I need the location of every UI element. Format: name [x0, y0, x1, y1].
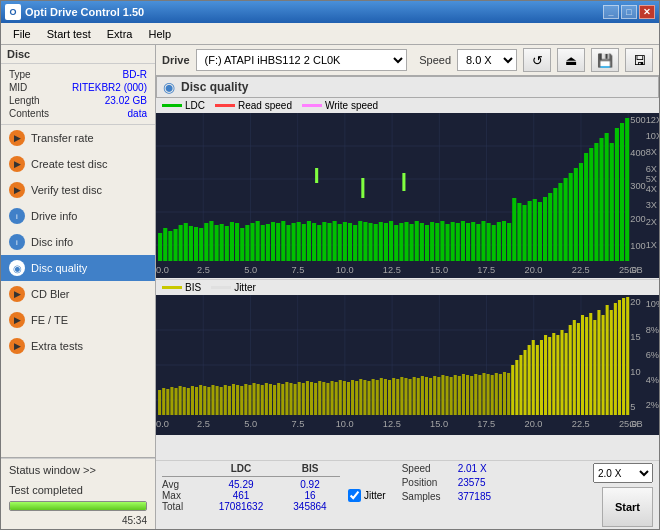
menu-file[interactable]: File — [5, 26, 39, 42]
stats-max-bis: 16 — [280, 490, 340, 501]
disc-info-section: Type BD-R MID RITEKBR2 (000) Length 23.0… — [1, 64, 155, 125]
legend-read-speed: Read speed — [215, 100, 292, 111]
svg-rect-217 — [433, 376, 436, 415]
svg-rect-161 — [203, 386, 206, 415]
svg-rect-173 — [252, 383, 255, 415]
svg-rect-26 — [215, 225, 219, 261]
nav-extra-tests-label: Extra tests — [31, 340, 83, 352]
burn-button[interactable]: 💾 — [591, 48, 619, 72]
progress-bar-container — [9, 501, 147, 511]
status-window-button[interactable]: Status window >> — [1, 458, 155, 481]
svg-rect-59 — [384, 223, 388, 261]
save-button[interactable]: 🖫 — [625, 48, 653, 72]
drive-select[interactable]: (F:) ATAPI iHBS112 2 CL0K — [196, 49, 408, 71]
nav-disc-info[interactable]: i Disc info — [1, 229, 155, 255]
svg-rect-22 — [194, 227, 198, 261]
svg-rect-156 — [183, 387, 186, 415]
nav-drive-info[interactable]: i Drive info — [1, 203, 155, 229]
svg-rect-88 — [533, 199, 537, 261]
svg-rect-262 — [618, 300, 621, 415]
stats-total-bis: 345864 — [280, 501, 340, 512]
stats-avg-label: Avg — [162, 479, 202, 490]
sidebar-nav: ▶ Transfer rate ▶ Create test disc ▶ Ver… — [1, 125, 155, 457]
svg-rect-176 — [265, 383, 268, 415]
maximize-button[interactable]: □ — [621, 5, 637, 19]
svg-rect-16 — [163, 228, 167, 261]
svg-rect-186 — [306, 381, 309, 415]
nav-fe-te[interactable]: ▶ FE / TE — [1, 307, 155, 333]
svg-rect-241 — [532, 340, 535, 415]
nav-cd-bler-label: CD Bler — [31, 288, 70, 300]
stats-max-ldc: 461 — [206, 490, 276, 501]
refresh-button[interactable]: ↺ — [523, 48, 551, 72]
svg-rect-68 — [430, 222, 434, 261]
nav-create-test-disc-label: Create test disc — [31, 158, 107, 170]
nav-extra-tests[interactable]: ▶ Extra tests — [1, 333, 155, 359]
cd-bler-icon: ▶ — [9, 286, 25, 302]
svg-rect-21 — [189, 226, 193, 261]
minimize-button[interactable]: _ — [603, 5, 619, 19]
svg-rect-244 — [544, 335, 547, 415]
sidebar: Disc Type BD-R MID RITEKBR2 (000) Length… — [1, 45, 156, 529]
svg-rect-245 — [548, 337, 551, 415]
nav-cd-bler[interactable]: ▶ CD Bler — [1, 281, 155, 307]
nav-transfer-rate-label: Transfer rate — [31, 132, 94, 144]
nav-disc-quality[interactable]: ◉ Disc quality — [1, 255, 155, 281]
svg-rect-188 — [314, 383, 317, 415]
svg-rect-101 — [599, 138, 603, 261]
nav-create-test-disc[interactable]: ▶ Create test disc — [1, 151, 155, 177]
speed-stat-value: 2.01 X — [458, 463, 487, 474]
position-label: Position — [402, 477, 452, 488]
svg-rect-83 — [507, 223, 511, 261]
menu-help[interactable]: Help — [140, 26, 179, 42]
svg-rect-211 — [409, 379, 412, 415]
svg-rect-153 — [170, 387, 173, 415]
jitter-checkbox[interactable] — [348, 489, 361, 502]
speed-select[interactable]: 8.0 X — [457, 49, 517, 71]
menu-extra[interactable]: Extra — [99, 26, 141, 42]
svg-rect-25 — [209, 221, 213, 261]
start-button[interactable]: Start — [602, 487, 653, 527]
svg-text:12.5: 12.5 — [383, 419, 401, 429]
eject-button[interactable]: ⏏ — [557, 48, 585, 72]
svg-rect-197 — [351, 380, 354, 415]
menu-start-test[interactable]: Start test — [39, 26, 99, 42]
svg-rect-196 — [347, 382, 350, 415]
svg-rect-235 — [507, 373, 510, 415]
svg-rect-172 — [248, 385, 251, 415]
svg-rect-261 — [614, 303, 617, 415]
svg-rect-174 — [257, 384, 260, 415]
svg-text:2X: 2X — [646, 217, 657, 227]
svg-rect-41 — [292, 223, 296, 261]
svg-rect-53 — [353, 225, 357, 261]
svg-rect-225 — [466, 375, 469, 415]
legend-jitter-color — [211, 286, 231, 289]
speed-control-select[interactable]: 2.0 X — [593, 463, 653, 483]
legend-jitter: Jitter — [211, 282, 256, 293]
close-button[interactable]: ✕ — [639, 5, 655, 19]
svg-rect-31 — [240, 228, 244, 261]
svg-rect-194 — [339, 380, 342, 415]
nav-transfer-rate[interactable]: ▶ Transfer rate — [1, 125, 155, 151]
svg-rect-252 — [577, 323, 580, 415]
svg-text:22.5: 22.5 — [572, 265, 590, 275]
svg-text:400: 400 — [630, 148, 645, 158]
svg-rect-202 — [372, 379, 375, 415]
svg-text:6%: 6% — [646, 350, 659, 360]
svg-text:0.0: 0.0 — [156, 419, 169, 429]
stats-total-label: Total — [162, 501, 202, 512]
speed-label: Speed — [419, 54, 451, 66]
svg-rect-220 — [445, 376, 448, 415]
disc-type-row: Type BD-R — [9, 68, 147, 81]
nav-verify-test-disc[interactable]: ▶ Verify test disc — [1, 177, 155, 203]
svg-rect-163 — [211, 385, 214, 415]
extra-tests-icon: ▶ — [9, 338, 25, 354]
svg-rect-15 — [158, 233, 162, 261]
svg-rect-185 — [302, 383, 305, 415]
svg-rect-66 — [420, 223, 424, 261]
svg-rect-57 — [374, 224, 378, 261]
svg-rect-180 — [281, 384, 284, 415]
svg-text:GB: GB — [629, 419, 642, 429]
svg-rect-237 — [515, 360, 518, 415]
svg-rect-58 — [379, 222, 383, 261]
